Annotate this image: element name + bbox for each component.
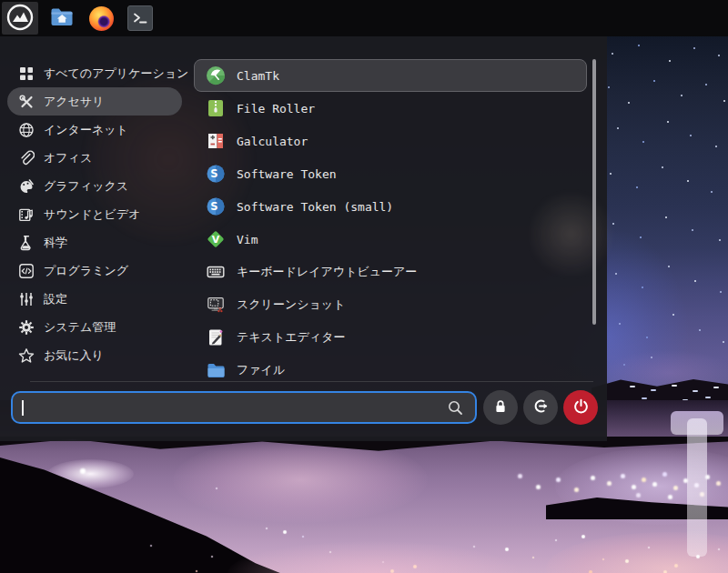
app-label: ClamTk (237, 69, 279, 83)
sliders-icon (18, 291, 35, 307)
tools-icon (18, 94, 35, 110)
category-label: 科学 (44, 235, 67, 251)
sidebar-category[interactable]: 設定 (7, 285, 182, 313)
grid-icon (18, 65, 35, 82)
svg-text:S: S (210, 167, 217, 180)
search-input[interactable] (20, 395, 442, 422)
app-list-item[interactable]: ファイル (194, 354, 587, 380)
category-label: インターネット (44, 122, 128, 138)
sidebar-category[interactable]: グラフィックス (7, 172, 182, 200)
media-icon (18, 206, 35, 223)
app-label: キーボードレイアウトビューアー (237, 264, 417, 280)
category-label: グラフィックス (44, 178, 128, 195)
paperclip-icon (18, 150, 35, 166)
sidebar-category[interactable]: システム管理 (7, 313, 182, 341)
flask-icon (18, 235, 35, 251)
lock-button[interactable] (483, 390, 518, 425)
svg-text:S: S (210, 200, 217, 213)
sidebar-category[interactable]: 科学 (7, 228, 182, 256)
app-list-item[interactable]: スクリーンショット (194, 288, 587, 321)
sidebar-category[interactable]: オフィス (7, 144, 182, 172)
desktop: すべてのアプリケーションアクセサリインターネットオフィスグラフィックスサウンドと… (0, 0, 728, 573)
file-roller-icon (206, 98, 226, 118)
text-editor-icon (206, 327, 226, 347)
files-icon (206, 360, 226, 380)
app-list-item[interactable]: VVim (194, 223, 587, 256)
home-folder-icon (50, 5, 75, 31)
app-list-item[interactable]: キーボードレイアウトビューアー (194, 256, 587, 288)
sidebar-category[interactable]: インターネット (7, 116, 182, 144)
sidebar-category[interactable]: サウンドとビデオ (7, 200, 182, 228)
app-list-item[interactable]: SSoftware Token (194, 157, 587, 190)
globe-icon (18, 122, 35, 138)
svg-text:V: V (212, 234, 220, 246)
app-label: Vim (237, 233, 258, 246)
distro-logo-icon (6, 4, 34, 34)
category-list: すべてのアプリケーションアクセサリインターネットオフィスグラフィックスサウンドと… (0, 59, 189, 369)
software-token-icon: S (206, 164, 226, 184)
app-list-item[interactable]: ClamTk (194, 59, 587, 92)
search-icon (447, 399, 464, 420)
category-label: すべてのアプリケーション (44, 65, 188, 82)
vim-icon: V (206, 229, 226, 249)
firefox-icon (89, 6, 114, 31)
wallpaper-letter-t (671, 411, 723, 557)
category-label: 設定 (44, 291, 67, 307)
sidebar-category[interactable]: すべてのアプリケーション (7, 59, 182, 87)
top-panel (0, 0, 728, 36)
app-label: Galculator (237, 135, 308, 148)
letter-t-stem (687, 418, 707, 557)
app-list-item[interactable]: SSoftware Token (small) (194, 190, 587, 223)
galculator-icon (206, 131, 226, 151)
app-label: File Roller (237, 102, 315, 116)
logout-button[interactable] (523, 390, 558, 425)
app-label: スクリーンショット (237, 297, 345, 313)
power-button[interactable] (563, 390, 598, 425)
app-list: ClamTkFile RollerGalculatorSSoftware Tok… (194, 59, 591, 380)
sidebar-category[interactable]: お気に入り (7, 341, 182, 369)
app-list-item[interactable]: Galculator (194, 125, 587, 157)
category-label: お気に入り (44, 347, 104, 364)
app-label: テキストエディター (237, 329, 345, 346)
code-icon (18, 263, 35, 279)
category-label: サウンドとビデオ (44, 206, 140, 223)
gear-icon (18, 319, 35, 336)
scrollbar[interactable] (592, 59, 596, 325)
applications-menu-button[interactable] (2, 2, 38, 35)
star-icon (18, 347, 35, 364)
lock-icon (492, 398, 509, 417)
category-label: アクセサリ (44, 94, 105, 110)
application-menu: すべてのアプリケーションアクセサリインターネットオフィスグラフィックスサウンドと… (0, 36, 607, 441)
terminal-launcher[interactable] (127, 5, 153, 31)
app-label: ファイル (237, 362, 285, 378)
terminal-icon (127, 5, 153, 31)
app-list-item[interactable]: File Roller (194, 92, 587, 125)
category-label: オフィス (44, 150, 92, 166)
software-token-icon: S (206, 196, 226, 216)
search-box (11, 391, 477, 424)
app-label: Software Token (small) (237, 200, 393, 214)
search-row (0, 390, 607, 427)
text-cursor (22, 400, 24, 416)
keyboard-icon (206, 262, 226, 282)
app-label: Software Token (237, 167, 337, 181)
category-label: プログラミング (44, 263, 128, 279)
category-label: システム管理 (44, 319, 116, 336)
palette-icon (18, 178, 35, 195)
app-list-item[interactable]: テキストエディター (194, 321, 587, 354)
firefox-launcher[interactable] (88, 5, 114, 31)
logout-icon (532, 397, 550, 417)
sidebar-category[interactable]: プログラミング (7, 256, 182, 285)
file-manager-launcher[interactable] (49, 5, 75, 31)
screenshot-icon (206, 295, 226, 315)
clamtk-icon (206, 65, 226, 85)
power-icon (572, 397, 590, 417)
divider (30, 381, 593, 382)
sidebar-category[interactable]: アクセサリ (7, 87, 182, 116)
